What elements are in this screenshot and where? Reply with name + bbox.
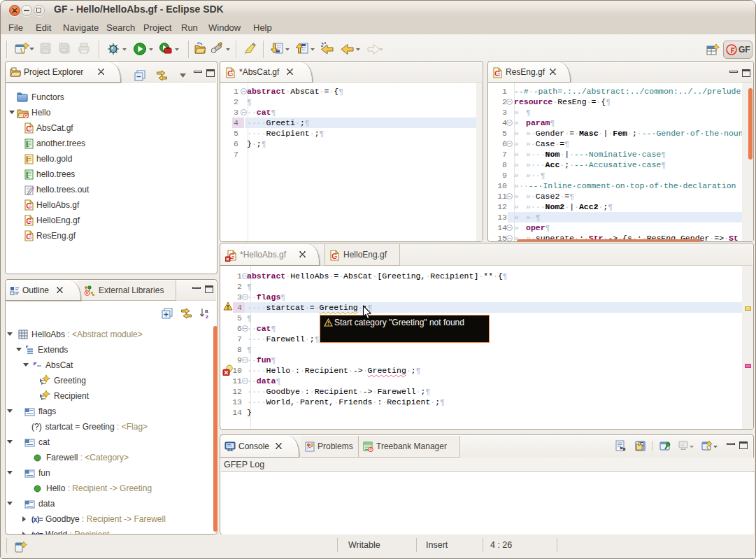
svg-text:z: z <box>206 313 208 319</box>
